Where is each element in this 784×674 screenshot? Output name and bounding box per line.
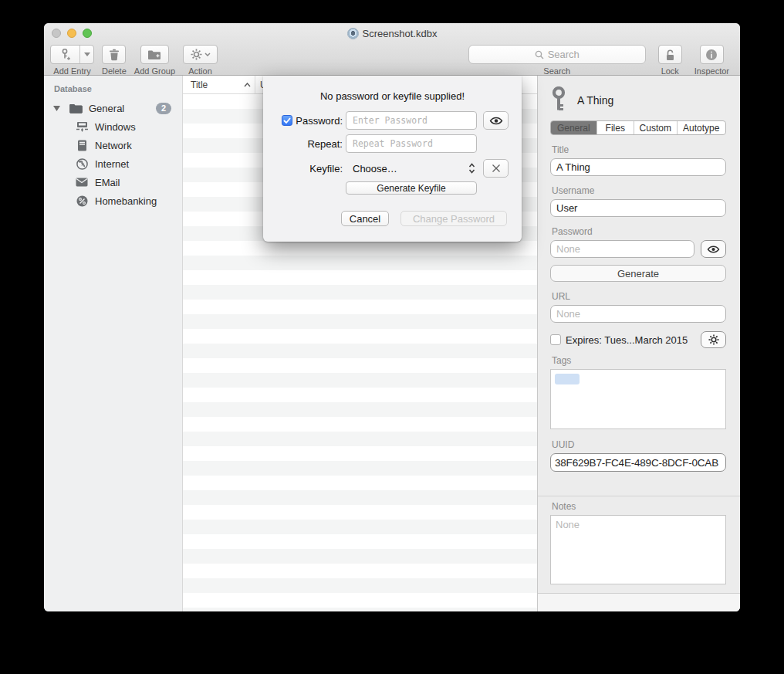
lock-button[interactable]: [658, 45, 682, 64]
app-window: Screenshot.kdbx: [44, 23, 740, 611]
toolbar-item-add-entry: Add Entry: [50, 45, 94, 76]
reveal-password-button[interactable]: [701, 240, 726, 258]
add-entry-dropdown-arrow[interactable]: [79, 46, 93, 63]
delete-button[interactable]: [102, 45, 126, 64]
search-label: Search: [543, 66, 570, 76]
repeat-password-input[interactable]: [346, 134, 477, 153]
sidebar: Database General 2: [44, 76, 183, 611]
toolbar-right-group: Search Search Lock: [468, 45, 729, 76]
title-field-label: Title: [550, 144, 726, 155]
keyfile-row: Keyfile: Choose…: [263, 159, 522, 178]
tags-box[interactable]: [550, 369, 726, 429]
expires-settings-button[interactable]: [701, 331, 726, 348]
sidebar-item-label: Internet: [95, 158, 129, 170]
sidebar-item-general[interactable]: General 2: [44, 99, 182, 117]
tab-files[interactable]: Files: [596, 121, 634, 134]
add-entry-label: Add Entry: [53, 66, 90, 76]
lock-label: Lock: [661, 66, 679, 76]
column-header-title[interactable]: Title: [183, 76, 255, 93]
sidebar-item-label: Network: [95, 140, 132, 151]
search-placeholder: Search: [548, 49, 580, 60]
title-field[interactable]: [550, 158, 726, 176]
search-input[interactable]: Search: [468, 45, 646, 64]
window-title: Screenshot.kdbx: [363, 28, 438, 39]
trash-icon: [109, 49, 120, 61]
uuid-field[interactable]: [550, 453, 726, 472]
sheet-actions: Cancel Change Password: [263, 211, 522, 226]
percent-icon: [75, 195, 89, 207]
change-password-button[interactable]: Change Password: [400, 211, 507, 226]
sheet-reveal-password-button[interactable]: [483, 111, 509, 130]
inspector-label: Inspector: [694, 66, 729, 76]
check-icon: [283, 117, 291, 124]
password-field-label: Password: [550, 226, 726, 237]
password-row: Password:: [263, 111, 522, 130]
generate-password-button[interactable]: Generate: [550, 265, 726, 282]
sidebar-item-network[interactable]: Network: [44, 136, 182, 154]
info-icon: [705, 49, 718, 61]
enter-password-input[interactable]: [346, 111, 477, 130]
sidebar-item-windows[interactable]: Windows: [44, 117, 182, 136]
workgroup-icon: [75, 121, 89, 133]
entry-count-badge: 2: [156, 103, 171, 114]
eye-icon: [707, 245, 720, 254]
clear-keyfile-button[interactable]: [483, 159, 509, 178]
password-checkbox[interactable]: [282, 115, 292, 126]
inspector-panel: A Thing General Files Custom Autotype Ti…: [538, 76, 740, 611]
document-proxy-icon: [347, 28, 359, 39]
sheet-password-label: Password:: [296, 115, 343, 127]
inspector-entry-header: A Thing: [538, 86, 740, 114]
inspector-tabs: General Files Custom Autotype: [550, 120, 726, 135]
column-title-label: Title: [191, 80, 208, 90]
expires-checkbox[interactable]: [550, 334, 561, 345]
sheet-repeat-label: Repeat:: [307, 138, 343, 150]
sidebar-item-label: General: [89, 103, 124, 114]
tags-label: Tags: [550, 355, 726, 366]
sidebar-item-internet[interactable]: Internet: [44, 154, 182, 173]
key-plus-icon[interactable]: [51, 46, 79, 63]
disclosure-triangle-icon[interactable]: [49, 106, 63, 111]
keyfile-popup-value: Choose…: [353, 163, 397, 174]
keyfile-popup[interactable]: Choose…: [346, 159, 477, 178]
folder-icon: [69, 103, 83, 113]
add-entry-button[interactable]: [50, 45, 94, 64]
delete-label: Delete: [102, 66, 127, 76]
notes-field[interactable]: [550, 515, 726, 584]
inspector-button[interactable]: [700, 45, 724, 64]
toolbar-item-delete: Delete: [102, 45, 127, 76]
tab-general[interactable]: General: [551, 121, 596, 134]
add-group-button[interactable]: [140, 45, 169, 64]
generate-keyfile-button[interactable]: Generate Keyfile: [346, 181, 477, 195]
toolbar-item-inspector: Inspector: [694, 45, 729, 76]
titlebar[interactable]: Screenshot.kdbx: [44, 23, 740, 43]
sort-ascending-icon: [244, 83, 251, 87]
action-label: Action: [188, 66, 212, 76]
uuid-label: UUID: [550, 439, 726, 450]
key-icon: [550, 86, 567, 114]
server-icon: [75, 140, 89, 151]
tag-pill[interactable]: [555, 374, 580, 384]
sheet-keyfile-label: Keyfile:: [309, 163, 343, 174]
sidebar-item-label: EMail: [95, 177, 120, 188]
tab-custom[interactable]: Custom: [634, 121, 677, 134]
close-x-icon: [492, 164, 501, 173]
action-button[interactable]: [183, 45, 218, 64]
url-field[interactable]: [550, 305, 726, 323]
chevron-up-down-icon: [468, 163, 475, 174]
envelope-icon: [75, 178, 89, 187]
gear-icon: [191, 49, 202, 60]
sidebar-item-email[interactable]: EMail: [44, 173, 182, 191]
tab-autotype[interactable]: Autotype: [677, 121, 725, 134]
password-field[interactable]: [550, 240, 694, 258]
notes-label: Notes: [550, 501, 726, 512]
window-chrome: Screenshot.kdbx: [44, 23, 740, 76]
toolbar: Add Entry Delete: [44, 43, 740, 76]
username-field[interactable]: [550, 199, 726, 217]
sidebar-item-homebanking[interactable]: Homebanking: [44, 191, 182, 210]
username-field-label: Username: [550, 185, 726, 196]
cancel-button[interactable]: Cancel: [341, 211, 389, 226]
toolbar-item-action: Action: [183, 45, 218, 76]
repeat-row: Repeat:: [263, 134, 522, 153]
window-title-area: Screenshot.kdbx: [44, 23, 740, 43]
toolbar-item-search: Search Search: [468, 45, 646, 76]
